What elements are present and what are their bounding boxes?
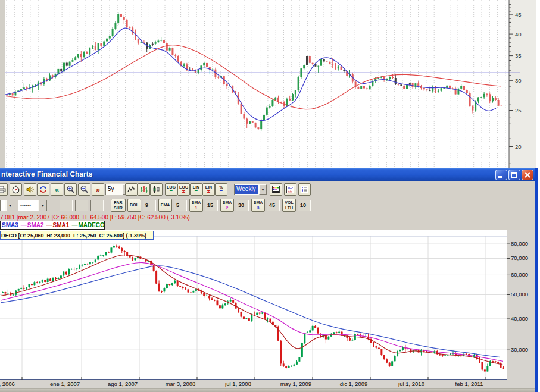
- chart-volume-icon: [286, 185, 295, 194]
- ema-period-field[interactable]: 5: [174, 200, 187, 211]
- zoom-out-icon: [80, 185, 89, 194]
- chevron-down-icon[interactable]: ▼: [259, 184, 267, 195]
- tooltip-divider: [80, 231, 80, 239]
- symbol-combo-field[interactable]: [0, 200, 6, 211]
- chart-legend: SMA3—SMA2—SMA1—MADECO: [0, 221, 105, 230]
- sma2-period-field[interactable]: 30: [236, 200, 249, 211]
- indicator-value: 30: [236, 200, 248, 208]
- quote-board-icon: [271, 185, 280, 194]
- y-axis-label: 30: [515, 77, 522, 84]
- parabolic-sar-button[interactable]: PAR SHR: [111, 199, 126, 212]
- zoom-in-icon: [66, 185, 75, 194]
- printer-icon: [0, 185, 6, 194]
- indicator-label: SMA: [223, 200, 232, 205]
- double-chevron-right-icon: »: [96, 186, 100, 193]
- madeco-price-chart[interactable]: [0, 230, 535, 388]
- zoom-in-button[interactable]: [64, 183, 77, 196]
- y-axis-label: 70,000: [511, 255, 528, 261]
- bollinger-period-field[interactable]: 9: [143, 200, 156, 211]
- speaker-icon: [26, 185, 35, 194]
- indicator-value: 9: [143, 200, 155, 208]
- indicator-value: 15: [205, 200, 217, 208]
- line-chart-button[interactable]: [125, 183, 138, 196]
- sma2-button[interactable]: SMA 2: [220, 199, 234, 212]
- timer-button[interactable]: [10, 183, 22, 196]
- y-axis-label: 45: [515, 11, 522, 18]
- sma3-period-field[interactable]: 45: [267, 200, 280, 211]
- ohlc-bars-button[interactable]: [138, 183, 150, 196]
- indicator-value: 5: [174, 200, 186, 208]
- ema-button[interactable]: EMA: [158, 199, 172, 212]
- indicator-value: 45: [267, 200, 279, 208]
- empty-param-field[interactable]: [90, 200, 104, 211]
- chevron-down-icon[interactable]: ▼: [6, 200, 14, 211]
- x-axis-label: dic 1, 2009: [327, 381, 380, 387]
- legend-line-sample: —: [71, 222, 77, 228]
- indicator-index: 1: [190, 206, 202, 211]
- sma1-button[interactable]: SMA 1: [189, 199, 203, 212]
- volume-period-field[interactable]: 10: [298, 200, 311, 211]
- x-axis-label: mar 3, 2008: [154, 381, 207, 387]
- maximize-button[interactable]: [508, 170, 520, 180]
- chevron-down-icon[interactable]: ▼: [39, 200, 47, 211]
- indicator-label: PAR: [114, 200, 122, 205]
- legend-line-sample: —: [46, 222, 52, 228]
- legend-item: SMA1: [53, 222, 70, 228]
- linear-scale-notequal-button[interactable]: LIN ≠: [202, 183, 215, 196]
- y-axis-label: 35: [515, 52, 522, 59]
- sma1-period-field[interactable]: 15: [205, 200, 218, 211]
- period-value: 5y: [106, 184, 123, 195]
- x-axis-label: jul 1, 2008: [211, 381, 265, 387]
- candlestick-chart-button[interactable]: [150, 183, 163, 196]
- frequency-dropdown[interactable]: Weekly ▼: [234, 184, 267, 195]
- x-axis-label: feb 1, 2011: [442, 381, 496, 387]
- background-price-chart[interactable]: 202530354045: [0, 0, 540, 168]
- window-bottom-border: [0, 388, 535, 392]
- legend-item: SMA3: [2, 222, 18, 228]
- indicator-index: 2: [221, 206, 233, 211]
- study-combo-value: ------: [18, 200, 38, 208]
- indicator-label: LTH: [283, 206, 295, 211]
- refresh-button[interactable]: [37, 183, 49, 196]
- minimize-button[interactable]: [495, 170, 507, 180]
- indicator-label: BOL: [130, 203, 139, 207]
- study-combo-field[interactable]: ------: [18, 200, 39, 211]
- background-chart-canvas[interactable]: 202530354045: [0, 0, 540, 168]
- legend-item: MADECO: [78, 222, 104, 228]
- refresh-icon: [39, 185, 48, 194]
- data-table-button[interactable]: [298, 183, 311, 196]
- sound-button[interactable]: [24, 183, 36, 196]
- window-titlebar[interactable]: nteractive Financial Charts: [0, 168, 535, 181]
- x-axis-label: may 1, 2009: [269, 381, 323, 387]
- x-axis-label: ago 1, 2007: [96, 381, 149, 387]
- y-axis-label: 40: [515, 31, 522, 37]
- log-scale-equal-button[interactable]: LOG =: [165, 183, 177, 196]
- stopwatch-icon: [11, 185, 20, 194]
- linear-scale-equal-button[interactable]: LIN =: [190, 183, 202, 196]
- sma3-button[interactable]: SMA 3: [251, 199, 265, 212]
- chart-with-volume-button[interactable]: [284, 183, 296, 196]
- percent-scale-button[interactable]: % =: [215, 183, 227, 196]
- print-button[interactable]: [0, 183, 8, 196]
- equal-icon: =: [220, 189, 223, 195]
- quote-board-button[interactable]: [270, 183, 282, 196]
- bollinger-button[interactable]: BOL: [127, 199, 141, 212]
- y-axis-label: 30,000: [511, 346, 528, 353]
- zoom-out-button[interactable]: [78, 183, 90, 196]
- x-axis-label: jul 1, 2010: [385, 381, 438, 387]
- y-axis-label: 20: [515, 143, 522, 150]
- scroll-back-button[interactable]: «: [51, 183, 63, 196]
- indicator-value: 10: [298, 200, 310, 208]
- data-table-icon: [300, 185, 309, 194]
- empty-param-field[interactable]: [60, 200, 73, 211]
- app-window: nteractive Financial Charts: [0, 168, 538, 392]
- equal-icon: =: [195, 189, 198, 195]
- empty-param-field[interactable]: [75, 200, 88, 211]
- volume-button[interactable]: VOL LTH: [282, 199, 296, 212]
- window-title: nteractive Financial Charts: [1, 170, 92, 178]
- scroll-forward-button[interactable]: »: [92, 183, 104, 196]
- window-controls: [495, 170, 533, 180]
- close-button[interactable]: [522, 170, 533, 180]
- price-tooltip: DECO [O: 25,060 H: 23,000 L: 25,250 C: 2…: [0, 231, 154, 240]
- log-scale-notequal-button[interactable]: LOG ≠: [177, 183, 190, 196]
